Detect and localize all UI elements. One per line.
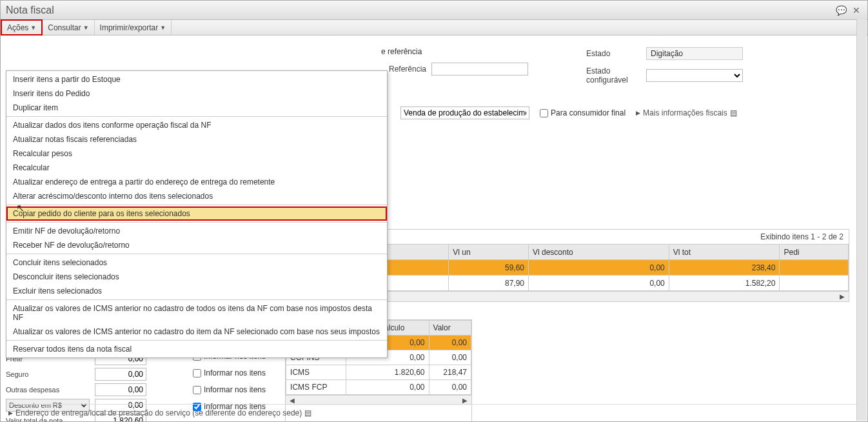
informar-seguro-checkbox[interactable]	[193, 369, 201, 377]
mais-info-expand[interactable]: ▶ Mais informações fiscais ▤	[636, 108, 737, 117]
menu-item[interactable]: Receber NF de devolução/retorno	[6, 238, 387, 252]
acoes-dropdown: Inserir itens a partir do EstoqueInserir…	[6, 70, 388, 358]
table-row[interactable]: ICMS1.820,60218,47	[286, 365, 471, 380]
menu-item[interactable]: Alterar acréscimo/desconto interno dos i…	[6, 189, 387, 203]
informar-outras-checkbox[interactable]	[193, 386, 201, 394]
mais-info-label: Mais informações fiscais	[643, 108, 727, 117]
menu-item[interactable]: Reservar todos itens da nota fiscal	[6, 342, 387, 356]
menu-item[interactable]: Concluir itens selecionados	[6, 256, 387, 270]
window-title: Nota fiscal	[6, 5, 835, 16]
column-header[interactable]: Valor	[429, 321, 471, 336]
consultar-label: Consultar	[48, 23, 81, 32]
column-header[interactable]: Pedi	[780, 245, 849, 260]
consumidor-final-label: Para consumidor final	[551, 108, 626, 117]
outras-label: Outras despesas	[6, 386, 90, 394]
table-row[interactable]: ICMS FCP0,000,00	[286, 380, 471, 395]
column-header[interactable]: Vl tot	[669, 245, 780, 260]
estado-label: Estado	[586, 49, 641, 58]
menu-item[interactable]: Excluir itens selecionados	[6, 284, 387, 298]
toolbar: Ações ▼ Consultar ▼ Imprimir/exportar ▼	[1, 20, 867, 35]
scroll-right-icon[interactable]: ▶	[840, 293, 845, 300]
endereco-expand-label: Endereço de entrega/local de prestação d…	[15, 408, 302, 417]
estado-conf-label: Estado configurável	[586, 66, 641, 85]
menu-item[interactable]: Atualizar os valores de ICMS anterior no…	[6, 301, 387, 325]
menu-item[interactable]: Copiar pedido do cliente para os itens s…	[6, 206, 387, 221]
items-summary: Exibindo itens 1 - 2 de 2	[760, 232, 843, 241]
informar-outras-label: Informar nos itens	[204, 385, 266, 394]
doc-icon: ▤	[304, 408, 311, 417]
ref-section-label: e referência	[381, 47, 528, 56]
menu-item[interactable]: Emitir NF de devolução/retorno	[6, 224, 387, 238]
acoes-label: Ações	[7, 23, 28, 32]
imprimir-label: Imprimir/exportar	[100, 23, 159, 32]
consumidor-final-checkbox[interactable]	[540, 109, 548, 117]
close-icon[interactable]: ✕	[851, 5, 862, 16]
menu-item[interactable]: Inserir itens do Pedido	[6, 86, 387, 101]
tax-scroll-left-icon[interactable]: ◀	[290, 397, 295, 404]
menu-item[interactable]: Atualizar dados dos itens conforme opera…	[6, 118, 387, 132]
menu-item[interactable]: Atualizar os valores de ICMS anterior no…	[6, 325, 387, 339]
seguro-label: Seguro	[6, 370, 90, 378]
menu-item[interactable]: Inserir itens a partir do Estoque	[6, 72, 387, 86]
outras-input[interactable]	[95, 383, 146, 396]
menu-item[interactable]: Recalcular pesos	[6, 146, 387, 161]
informar-seguro-label: Informar nos itens	[204, 368, 266, 377]
menu-item[interactable]: Recalcular	[6, 161, 387, 175]
tax-scroll-right-icon[interactable]: ▶	[462, 397, 468, 404]
column-header[interactable]: Vl un	[449, 245, 529, 260]
doc-icon: ▤	[730, 108, 737, 117]
chevron-down-icon: ▼	[83, 25, 89, 31]
titlebar: Nota fiscal 💬 ✕	[1, 1, 867, 20]
triangle-right-icon: ▶	[8, 410, 13, 416]
seguro-input[interactable]	[95, 368, 146, 381]
help-icon[interactable]: 💬	[835, 5, 847, 16]
acoes-button[interactable]: Ações ▼	[1, 19, 43, 35]
consultar-button[interactable]: Consultar ▼	[43, 20, 94, 35]
estado-conf-select[interactable]	[646, 69, 743, 82]
triangle-right-icon: ▶	[636, 110, 640, 116]
menu-item[interactable]: Atualizar notas fiscais referenciadas	[6, 132, 387, 146]
endereco-expand[interactable]: ▶ Endereço de entrega/local de prestação…	[6, 404, 862, 421]
natureza-input[interactable]	[400, 106, 529, 119]
estado-value: Digitação	[646, 47, 743, 60]
imprimir-button[interactable]: Imprimir/exportar ▼	[95, 20, 172, 35]
menu-item[interactable]: Atualizar endereço de entrega a partir d…	[6, 175, 387, 189]
column-header[interactable]: Vl desconto	[529, 245, 669, 260]
chevron-down-icon: ▼	[30, 25, 36, 31]
referencia-label: Referência	[381, 65, 426, 74]
vertical-scrollbar[interactable]	[856, 19, 867, 421]
menu-item[interactable]: Duplicar item	[6, 101, 387, 115]
menu-item[interactable]: Desconcluir itens selecionados	[6, 270, 387, 284]
chevron-down-icon: ▼	[160, 25, 166, 31]
referencia-input[interactable]	[431, 63, 528, 75]
